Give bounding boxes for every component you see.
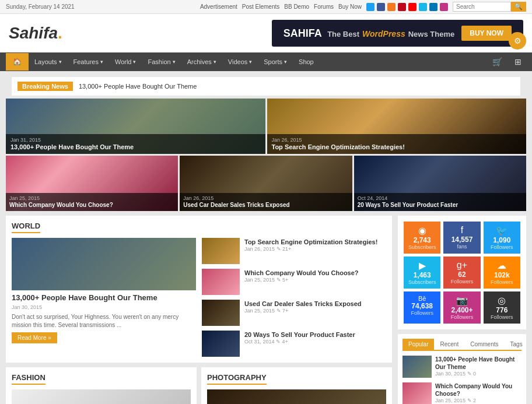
world-list-item-1[interactable]: Top Search Engine Optimization Strategie… <box>202 238 386 264</box>
grid-icon[interactable]: ⊞ <box>510 52 526 71</box>
twitter-icon: 🐦 <box>496 225 508 236</box>
youtube-icon-top[interactable] <box>408 3 416 11</box>
world-list-content-2: Which Company Would You Choose? Jan 25, … <box>244 269 386 283</box>
tab-thumb-2 <box>402 382 432 404</box>
hero2-date: Jan 26, 2015 <box>272 137 522 143</box>
tab-item-title-2: Which Company Would You Choose? <box>435 382 522 398</box>
nav-layouts[interactable]: Layouts ▾ <box>29 54 68 70</box>
social-behance[interactable]: Bē 74,638 Followers <box>404 291 440 324</box>
rss-label: Subscribers <box>408 244 436 250</box>
instagram-icon-top[interactable] <box>440 3 448 11</box>
world-list-title-4: 20 Ways To Sell Your Product Faster <box>244 331 386 339</box>
vimeo-icon-top[interactable] <box>419 3 427 11</box>
link-buy-now-top[interactable]: Buy Now <box>338 3 362 10</box>
world-list-item-3[interactable]: Used Car Dealer Sales Tricks Exposed Jan… <box>202 300 386 326</box>
tab-item-content-1: 13,000+ People Have Bought Our Theme Jan… <box>435 356 522 378</box>
ad-subtitle: The Best <box>327 30 359 38</box>
world-list-item-4[interactable]: 20 Ways To Sell Your Product Faster Oct … <box>202 331 386 357</box>
linkedin-icon-top[interactable] <box>429 3 438 11</box>
breaking-news-bar: Breaking News 13,000+ People Have Bought… <box>12 77 520 96</box>
pinterest-icon-top[interactable] <box>398 3 406 11</box>
nav-world[interactable]: World ▾ <box>109 54 142 70</box>
tab-item-1[interactable]: 13,000+ People Have Bought Our Theme Jan… <box>402 356 522 378</box>
social-github[interactable]: ◎ 776 Followers <box>484 291 520 324</box>
tab-item-title-1: 13,000+ People Have Bought Our Theme <box>435 356 522 371</box>
chevron-layouts: ▾ <box>59 59 62 65</box>
nav-fashion[interactable]: Fashion ▾ <box>142 54 181 70</box>
hero-item-3[interactable]: Jan 25, 2015 Which Company Would You Cho… <box>6 156 178 211</box>
hero-item-4[interactable]: Jan 26, 2015 Used Car Dealer Sales Trick… <box>180 156 352 211</box>
hero-bottom-row: Jan 25, 2015 Which Company Would You Cho… <box>6 156 526 211</box>
main-content: World 13,000+ People Have Bought Our The… <box>6 216 392 404</box>
world-featured-image <box>12 238 196 290</box>
facebook-label: fans <box>457 244 467 250</box>
social-widget: ◉ 2,743 Subscribers f 14,557 fans 🐦 1,09… <box>398 216 526 329</box>
social-icons-top <box>366 3 448 11</box>
cart-icon[interactable]: 🛒 <box>488 52 507 71</box>
social-vimeo[interactable]: ▶ 1,463 Subscribers <box>404 257 440 289</box>
tab-popular[interactable]: Popular <box>402 339 434 350</box>
sidebar: ◉ 2,743 Subscribers f 14,557 fans 🐦 1,09… <box>398 216 526 404</box>
buy-now-button[interactable]: BUY NOW <box>461 26 512 41</box>
tab-tags[interactable]: Tags <box>505 339 528 350</box>
ad-title: SAHIFA The Best WordPress News Theme <box>284 27 454 40</box>
nav-sports[interactable]: Sports ▾ <box>258 54 293 70</box>
social-instagram[interactable]: 📷 2,400+ Followers <box>443 291 480 324</box>
link-forums[interactable]: Forums <box>314 3 334 10</box>
soundcloud-count: 102k <box>494 271 510 279</box>
nav-home-button[interactable]: 🏠 <box>6 53 29 71</box>
nav-features[interactable]: Features ▾ <box>68 54 109 70</box>
world-section: World 13,000+ People Have Bought Our The… <box>6 216 392 363</box>
facebook-icon-top[interactable] <box>377 3 385 11</box>
social-googleplus[interactable]: g+ 62 Followers <box>443 257 480 289</box>
nav-videos[interactable]: Videos ▾ <box>222 54 258 70</box>
world-featured-date: Jan 30, 2015 <box>12 304 196 310</box>
world-list-item-2[interactable]: Which Company Would You Choose? Jan 25, … <box>202 269 386 295</box>
world-title: World <box>12 222 40 233</box>
fashion-section: Fashion Imagine Losing 20 Pounds In <box>6 367 197 404</box>
social-rss[interactable]: ◉ 2,743 Subscribers <box>404 222 440 254</box>
social-twitter[interactable]: 🐦 1,090 Followers <box>484 222 520 254</box>
link-post-elements[interactable]: Post Elements <box>242 3 279 10</box>
photography-image[interactable] <box>207 389 386 404</box>
behance-label: Followers <box>411 310 433 316</box>
hero-grid: Jan 31, 2015 13,000+ People Have Bought … <box>6 99 526 211</box>
rss-icon-top[interactable] <box>387 3 396 11</box>
github-icon: ◎ <box>498 295 506 306</box>
top-bar-right: Advertisement Post Elements BB Demo Foru… <box>200 2 526 12</box>
nav-archives[interactable]: Archives ▾ <box>181 54 222 70</box>
vimeo-label: Subscribers <box>408 279 436 285</box>
soundcloud-label: Followers <box>491 279 513 285</box>
photography-title: Photography <box>207 373 267 385</box>
hero3-date: Jan 25, 2015 <box>9 195 174 201</box>
settings-icon[interactable]: ⚙ <box>509 32 526 50</box>
link-bb-demo[interactable]: BB Demo <box>284 3 309 10</box>
tabs-header: Popular Recent Comments Tags <box>402 339 522 351</box>
hero-item-2[interactable]: Jan 26, 2015 Top Search Engine Optimizat… <box>267 99 527 154</box>
read-more-button[interactable]: Read More » <box>12 332 57 343</box>
logo[interactable]: Sahifa. <box>9 24 62 43</box>
social-soundcloud[interactable]: ☁ 102k Followers <box>484 257 520 289</box>
nav-shop[interactable]: Shop <box>293 54 320 70</box>
hero4-title: Used Car Dealer Sales Tricks Exposed <box>183 201 348 209</box>
search-bar[interactable]: 🔍 <box>453 2 526 12</box>
logo-dot: . <box>58 24 62 42</box>
hero5-title: 20 Ways To Sell Your Product Faster <box>358 201 523 209</box>
link-advertisement[interactable]: Advertisement <box>200 3 237 10</box>
tab-comments[interactable]: Comments <box>464 339 504 350</box>
search-button[interactable]: 🔍 <box>511 2 526 12</box>
date-display: Sunday, February 14 2021 <box>6 3 75 10</box>
world-list-title-1: Top Search Engine Optimization Strategie… <box>244 238 386 246</box>
tab-recent[interactable]: Recent <box>434 339 464 350</box>
search-input[interactable] <box>453 2 511 12</box>
hero-item-5[interactable]: Oct 24, 2014 20 Ways To Sell Your Produc… <box>354 156 526 211</box>
world-featured[interactable]: 13,000+ People Have Bought Our Theme Jan… <box>12 238 196 357</box>
fashion-image[interactable] <box>12 389 191 404</box>
tab-item-2[interactable]: Which Company Would You Choose? Jan 25, … <box>402 382 522 404</box>
twitter-icon-top[interactable] <box>366 3 374 11</box>
github-count: 776 <box>496 306 508 314</box>
social-facebook[interactable]: f 14,557 fans <box>443 222 480 254</box>
nav-items: Layouts ▾ Features ▾ World ▾ Fashion ▾ A… <box>29 54 488 70</box>
hero-item-1[interactable]: Jan 31, 2015 13,000+ People Have Bought … <box>6 99 265 154</box>
instagram-count: 2,400+ <box>451 306 473 314</box>
